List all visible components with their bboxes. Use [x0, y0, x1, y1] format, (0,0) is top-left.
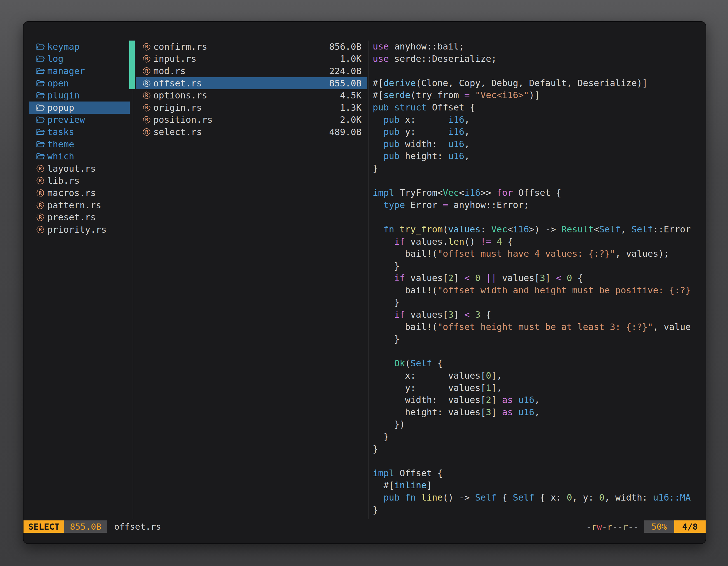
folder-open-icon [36, 115, 45, 125]
sidebar-item-which[interactable]: which [29, 150, 130, 163]
sidebar-item-label: manager [47, 66, 85, 76]
sidebar-item-theme[interactable]: theme [29, 138, 130, 151]
file-name: select.rs [153, 127, 202, 137]
file-row-input-rs[interactable]: Rinput.rs1.0K [129, 53, 367, 65]
file-name: position.rs [153, 114, 213, 125]
visual-select-marker [129, 53, 135, 65]
svg-text:R: R [145, 129, 148, 135]
folder-open-icon [36, 42, 45, 51]
sidebar-item-priority-rs[interactable]: Rpriority.rs [29, 224, 130, 236]
sidebar-item-macros-rs[interactable]: Rmacros.rs [29, 187, 130, 199]
sidebar-item-label: lib.rs [47, 175, 80, 186]
folder-open-icon [36, 103, 45, 112]
status-bar: SELECT 855.0B offset.rs -rw-r--r-- 50% 4… [24, 520, 706, 533]
file-row-inner: Rposition.rs2.0K [136, 114, 367, 126]
svg-text:R: R [39, 227, 42, 233]
rust-file-icon: R [142, 79, 151, 88]
code-line: pub height: u16, [373, 150, 706, 163]
statusbar-spacer [161, 520, 586, 533]
rust-file-icon: R [142, 42, 151, 51]
file-preview-pane: use anyhow::bail;use serde::Deserialize;… [373, 41, 706, 519]
file-row-mod-rs[interactable]: Rmod.rs224.0B [129, 65, 367, 77]
code-line: width: values[2] as u16, [373, 394, 706, 406]
folder-open-icon [36, 91, 45, 100]
code-line: }) [373, 418, 706, 431]
file-name: offset.rs [153, 78, 202, 89]
rust-file-icon: R [142, 103, 151, 112]
sidebar-item-pattern-rs[interactable]: Rpattern.rs [29, 199, 130, 212]
file-row-inner: Roffset.rs855.0B [136, 77, 367, 90]
code-line [373, 455, 706, 467]
sidebar-item-preset-rs[interactable]: Rpreset.rs [29, 211, 130, 224]
sidebar-item-label: tasks [47, 127, 74, 137]
code-line: fn try_from(values: Vec<i16>) -> Result<… [373, 224, 706, 236]
code-line: } [373, 163, 706, 175]
cursor-position-badge: 4/8 [674, 520, 706, 533]
rust-file-icon: R [142, 91, 151, 100]
parent-directory-pane: keymaplogmanageropenpluginpopuppreviewta… [29, 41, 130, 236]
rust-file-icon: R [36, 213, 45, 222]
file-row-confirm-rs[interactable]: Rconfirm.rs856.0B [129, 41, 367, 53]
sidebar-item-preview[interactable]: preview [29, 114, 130, 126]
sidebar-item-label: which [47, 151, 74, 162]
selected-file-name: offset.rs [114, 520, 161, 533]
sidebar-item-tasks[interactable]: tasks [29, 126, 130, 138]
file-row-select-rs[interactable]: Rselect.rs489.0B [129, 126, 367, 138]
sidebar-item-label: plugin [47, 90, 80, 101]
rust-file-icon: R [36, 176, 45, 186]
file-row-inner: Rinput.rs1.0K [136, 53, 367, 65]
code-line: pub width: u16, [373, 138, 706, 151]
svg-text:R: R [145, 81, 148, 86]
file-row-offset-rs[interactable]: Roffset.rs855.0B [129, 77, 367, 90]
rust-file-icon: R [142, 66, 151, 76]
file-row-position-rs[interactable]: Rposition.rs2.0K [129, 114, 367, 126]
sidebar-item-layout-rs[interactable]: Rlayout.rs [29, 163, 130, 175]
code-line: } [373, 296, 706, 309]
file-row-origin-rs[interactable]: Rorigin.rs1.3K [129, 102, 367, 114]
pane-divider-right [368, 41, 368, 519]
code-line [373, 211, 706, 224]
code-line: pub struct Offset { [373, 102, 706, 114]
sidebar-item-plugin[interactable]: plugin [29, 89, 130, 102]
sidebar-item-popup[interactable]: popup [29, 102, 130, 114]
sidebar-item-log[interactable]: log [29, 53, 130, 65]
svg-text:R: R [145, 93, 148, 98]
code-line: pub x: i16, [373, 114, 706, 126]
code-line: bail!("offset height must be at least 3:… [373, 321, 706, 333]
sidebar-item-open[interactable]: open [29, 77, 130, 90]
code-line: #[derive(Clone, Copy, Debug, Default, De… [373, 77, 706, 90]
code-line: bail!("offset width and height must be p… [373, 284, 706, 297]
code-line: if values[2] < 0 || values[3] < 0 { [373, 272, 706, 284]
code-line: } [373, 431, 706, 443]
rust-file-icon: R [36, 188, 45, 198]
svg-text:R: R [145, 44, 148, 50]
code-line: use anyhow::bail; [373, 41, 706, 53]
code-line: } [373, 333, 706, 345]
code-line: } [373, 260, 706, 273]
code-line: if values.len() != 4 { [373, 236, 706, 248]
sidebar-item-lib-rs[interactable]: Rlib.rs [29, 175, 130, 187]
code-line [373, 345, 706, 358]
file-row-inner: Roptions.rs4.5K [136, 89, 367, 102]
sidebar-item-label: log [47, 53, 64, 64]
file-size: 224.0B [329, 66, 361, 76]
svg-text:R: R [39, 215, 42, 220]
folder-open-icon [36, 152, 45, 161]
selected-file-size: 855.0B [64, 520, 107, 533]
svg-text:R: R [39, 166, 42, 172]
sidebar-item-label: open [47, 78, 69, 89]
file-name: input.rs [153, 53, 196, 64]
sidebar-item-manager[interactable]: manager [29, 65, 130, 77]
svg-text:R: R [39, 203, 42, 208]
sidebar-item-label: popup [47, 102, 74, 113]
rust-file-icon: R [36, 225, 45, 234]
code-line: Ok(Self { [373, 357, 706, 370]
rust-file-icon: R [36, 164, 45, 173]
sidebar-item-keymap[interactable]: keymap [29, 41, 130, 53]
file-row-options-rs[interactable]: Roptions.rs4.5K [129, 89, 367, 102]
svg-text:R: R [145, 105, 148, 111]
file-permissions: -rw-r--r-- [586, 520, 638, 533]
file-size: 489.0B [329, 127, 361, 137]
sidebar-item-label: theme [47, 139, 74, 150]
file-name: options.rs [153, 90, 207, 101]
